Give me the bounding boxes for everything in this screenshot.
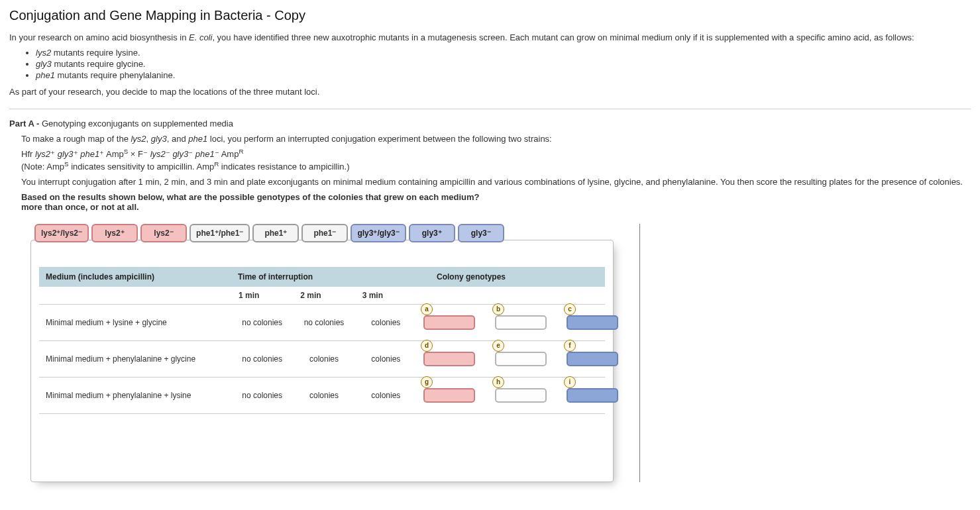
- list-item: gly3 mutants require glycine.: [36, 59, 971, 69]
- genotype-tile[interactable]: lys2⁻: [140, 224, 187, 242]
- intro-prefix: In your research on amino acid biosynthe…: [9, 32, 189, 42]
- q2: more than once, or not at all.: [21, 202, 139, 212]
- medium-cell: Minimal medium + phenylalanine + glycine: [39, 354, 231, 364]
- t: To make a rough map of the: [21, 134, 131, 144]
- genotype-tile[interactable]: phe1⁻: [301, 224, 348, 242]
- drop-panel: Medium (includes ampicillin) Time of int…: [30, 240, 614, 482]
- time-cell: no colonies: [293, 318, 354, 327]
- drop-slot[interactable]: [567, 352, 618, 366]
- panel-right-edge: [639, 224, 640, 482]
- table-row: Minimal medium + lysine + glycineno colo…: [39, 305, 605, 341]
- genotype-tile[interactable]: gly3⁻: [458, 224, 504, 242]
- t: , and: [167, 134, 189, 144]
- intro-paragraph: In your research on amino acid biosynthe…: [9, 32, 971, 42]
- draggable-tile-row: lys2⁺/lys2⁻lys2⁺lys2⁻phe1⁺/phe1⁻phe1⁺phe…: [30, 224, 614, 242]
- gene-name: lys2: [36, 48, 51, 58]
- part-heading: Genotyping exconjugants on supplemented …: [39, 119, 233, 128]
- table-row: Minimal medium + phenylalanine + glycine…: [39, 341, 605, 378]
- gene: gly3: [151, 134, 167, 144]
- medium-cell: Minimal medium + lysine + glycine: [39, 318, 231, 327]
- gene: lys2: [131, 134, 146, 144]
- drop-slot[interactable]: [423, 315, 475, 330]
- drop-slot-wrap: d: [423, 352, 475, 366]
- gene-name: gly3: [36, 59, 52, 69]
- slot-letter: i: [564, 376, 576, 388]
- slot-letter: c: [564, 303, 576, 315]
- header-genotypes: Colony genotypes: [430, 267, 605, 287]
- gene-name: phe1: [36, 70, 55, 80]
- t: ,: [146, 134, 151, 144]
- drop-slot-wrap: c: [567, 315, 618, 330]
- q1: Based on the results shown below, what a…: [21, 192, 480, 202]
- medium-cell: Minimal medium + phenylalanine + lysine: [39, 391, 231, 400]
- slot-letter: b: [492, 303, 504, 315]
- gene-desc: mutants require glycine.: [52, 59, 146, 69]
- drop-slot[interactable]: [495, 352, 547, 366]
- drop-slot-wrap: b: [495, 315, 547, 330]
- drop-slot[interactable]: [495, 315, 547, 330]
- drop-slot[interactable]: [495, 388, 547, 403]
- time-cell: no colonies: [231, 391, 293, 400]
- drop-slot[interactable]: [567, 315, 618, 330]
- section-divider: [9, 109, 971, 109]
- note-line: (Note: AmpS indicates sensitivity to amp…: [21, 162, 971, 172]
- t: loci, you perform an interrupted conjuga…: [207, 134, 552, 144]
- genotype-tile[interactable]: phe1⁺/phe1⁻: [190, 224, 250, 242]
- intro-closing: As part of your research, you decide to …: [9, 87, 971, 97]
- slot-letter: f: [564, 340, 576, 352]
- question-text: Based on the results shown below, what a…: [21, 192, 971, 212]
- slot-letter: h: [492, 376, 504, 388]
- slot-letter: d: [421, 340, 433, 352]
- mutant-list: lys2 mutants require lysine. gly3 mutant…: [9, 48, 971, 80]
- gene-desc: mutants require lysine.: [51, 48, 140, 58]
- part-a-p1: To make a rough map of the lys2, gly3, a…: [21, 134, 971, 144]
- part-label: Part A -: [9, 119, 39, 128]
- drop-slot[interactable]: [423, 388, 475, 403]
- cross-line: Hfr lys2⁺ gly3⁺ phe1⁺ AmpS × F⁻ lys2⁻ gl…: [21, 149, 971, 159]
- header-medium: Medium (includes ampicillin): [39, 267, 231, 287]
- time-cell: colonies: [293, 354, 354, 364]
- drop-slot-wrap: e: [495, 352, 547, 366]
- table-row: Minimal medium + phenylalanine + lysinen…: [39, 378, 605, 414]
- part-a-p2: You interrupt conjugation after 1 min, 2…: [21, 177, 971, 187]
- time-cell: colonies: [355, 391, 417, 400]
- list-item: lys2 mutants require lysine.: [36, 48, 971, 58]
- time-cell: colonies: [293, 391, 354, 400]
- table-header-row: Medium (includes ampicillin) Time of int…: [39, 267, 605, 287]
- drop-slot-wrap: h: [495, 388, 547, 403]
- time-cell: colonies: [355, 318, 417, 327]
- time-cell: colonies: [355, 354, 417, 364]
- drop-slot-wrap: a: [423, 315, 475, 330]
- gene: phe1: [188, 134, 207, 144]
- part-a-header: Part A - Genotyping exconjugants on supp…: [9, 119, 971, 128]
- genotype-tile[interactable]: phe1⁺: [252, 224, 299, 242]
- genotype-tile[interactable]: lys2⁺/lys2⁻: [34, 224, 89, 242]
- time-col-1: 1 min: [218, 287, 280, 304]
- drop-slot[interactable]: [423, 352, 475, 366]
- slot-letter: a: [421, 303, 433, 315]
- intro-organism: E. coli: [189, 32, 212, 42]
- page-title: Conjugation and Gene Mapping in Bacteria…: [9, 8, 971, 23]
- drop-slot-wrap: f: [567, 352, 618, 366]
- drop-slot[interactable]: [567, 388, 618, 403]
- time-cell: no colonies: [231, 318, 293, 327]
- intro-suffix: , you have identified three new auxotrop…: [212, 32, 914, 42]
- gene-desc: mutants require phenylalanine.: [55, 70, 175, 80]
- genotype-tile[interactable]: lys2⁺: [91, 224, 138, 242]
- drop-slot-wrap: i: [567, 388, 618, 403]
- time-col-2: 2 min: [280, 287, 341, 304]
- drop-slot-wrap: g: [423, 388, 475, 403]
- list-item: phe1 mutants require phenylalanine.: [36, 70, 971, 80]
- time-col-3: 3 min: [342, 287, 404, 304]
- genotype-tile[interactable]: gly3⁺: [409, 224, 455, 242]
- slot-letter: e: [492, 340, 504, 352]
- time-cell: no colonies: [231, 354, 293, 364]
- drag-drop-workspace: lys2⁺/lys2⁻lys2⁺lys2⁻phe1⁺/phe1⁻phe1⁺phe…: [30, 224, 614, 482]
- genotype-tile[interactable]: gly3⁺/gly3⁻: [351, 224, 406, 242]
- header-time: Time of interruption: [231, 267, 430, 287]
- slot-letter: g: [421, 376, 433, 388]
- table-subheader: 1 min 2 min 3 min: [39, 287, 605, 305]
